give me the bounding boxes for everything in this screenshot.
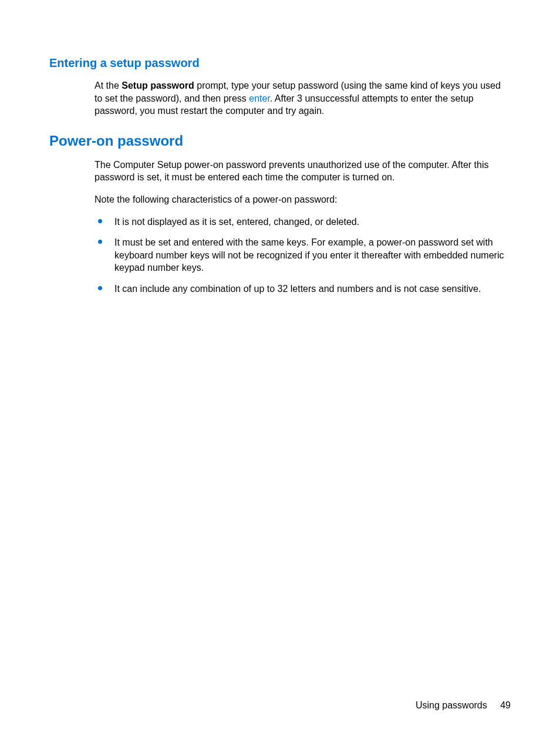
bullet-list: It is not displayed as it is set, entere… [95,216,511,295]
list-item: It must be set and entered with the same… [95,236,511,274]
section2-para1: The Computer Setup power-on password pre… [95,159,511,184]
footer-section-title: Using passwords [416,700,487,710]
text-fragment: At the [95,80,122,90]
setup-password-bold: Setup password [122,80,194,90]
power-on-password-heading: Power-on password [49,133,511,149]
page-footer: Using passwords 49 [416,700,511,711]
section2-para2: Note the following characteristics of a … [95,193,511,206]
footer-page-number: 49 [500,700,511,710]
section2-body: The Computer Setup power-on password pre… [95,159,511,295]
list-item: It is not displayed as it is set, entere… [95,216,511,228]
section1-para: At the Setup password prompt, type your … [95,79,511,117]
section1-body: At the Setup password prompt, type your … [95,79,511,117]
enter-link[interactable]: enter [249,93,270,103]
list-item: It can include any combination of up to … [95,283,511,295]
entering-setup-password-heading: Entering a setup password [49,56,511,70]
